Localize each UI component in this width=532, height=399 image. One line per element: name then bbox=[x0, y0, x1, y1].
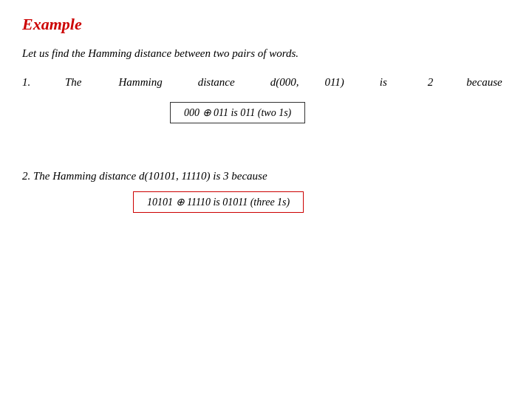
item2-row: 2. The Hamming distance d(10101, 11110) … bbox=[22, 170, 510, 183]
item1-word-2: 2 bbox=[428, 76, 434, 89]
item1-word-hamming: Hamming bbox=[119, 76, 163, 89]
item1-word-011: 011) bbox=[324, 76, 344, 89]
page-container: Example Let us find the Hamming distance… bbox=[0, 0, 532, 399]
formula2-text: 10101 ⊕ 11110 is 01011 (three 1s) bbox=[147, 197, 290, 208]
item1-word-distance: distance bbox=[198, 76, 235, 89]
item1-word-the: The bbox=[65, 76, 82, 89]
item1-row: 1. The Hamming distance d(000, 011) is 2… bbox=[22, 76, 510, 89]
formula1-box: 000 ⊕ 011 is 011 (two 1s) bbox=[170, 102, 305, 123]
item1-number: 1. bbox=[22, 76, 43, 89]
item2-text: 2. The Hamming distance d(10101, 11110) … bbox=[22, 170, 267, 182]
formula2-box: 10101 ⊕ 11110 is 01011 (three 1s) bbox=[133, 191, 304, 213]
formula1-text: 000 ⊕ 011 is 011 (two 1s) bbox=[184, 107, 291, 118]
formula2-container: 10101 ⊕ 11110 is 01011 (three 1s) bbox=[133, 191, 510, 233]
intro-text: Let us find the Hamming distance between… bbox=[22, 47, 510, 60]
formula1-container: 000 ⊕ 011 is 011 (two 1s) bbox=[170, 102, 510, 144]
page-title: Example bbox=[22, 15, 510, 34]
item1-word-d000: d(000, bbox=[270, 76, 299, 89]
item1-word-is: is bbox=[380, 76, 387, 89]
item1-word-because: because bbox=[466, 76, 502, 89]
